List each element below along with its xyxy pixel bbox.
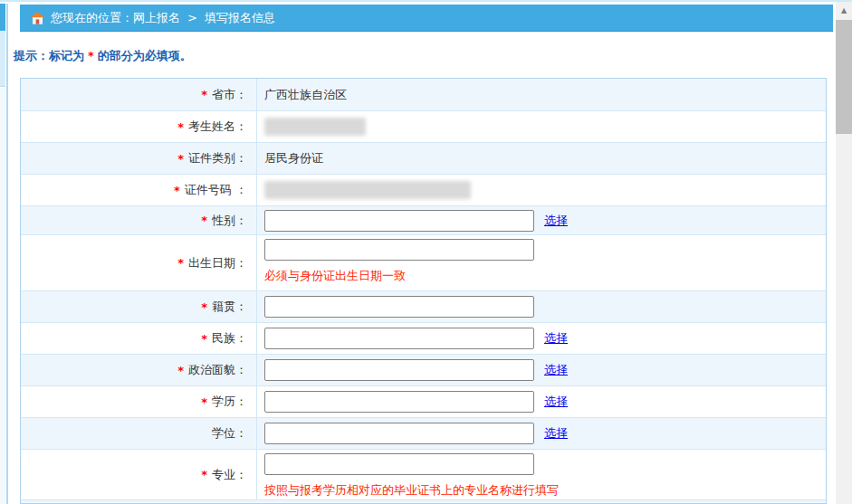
gender-select-link[interactable]: 选择: [544, 213, 568, 229]
vertical-scrollbar[interactable]: ▲: [836, 2, 852, 504]
tip-prefix: 提示：标记为: [14, 49, 84, 62]
education-input[interactable]: [264, 391, 534, 413]
field-value-id-number: [256, 175, 826, 205]
province-value: 广西壮族自治区: [264, 87, 347, 103]
ethnicity-input[interactable]: [264, 328, 534, 349]
required-asterisk: *: [201, 214, 207, 227]
field-label-id-type: *证件类别：: [21, 143, 256, 174]
breadcrumb-separator: >: [187, 11, 197, 24]
form-row-education: *学历：选择: [21, 385, 826, 417]
major-input[interactable]: [264, 453, 534, 475]
candidate-name-redacted-value: [264, 118, 366, 136]
field-label-id-number: *证件号码 ：: [21, 175, 256, 205]
registration-form-table: *省市：广西壮族自治区*考生姓名：*证件类别：居民身份证*证件号码 ：*性别：选…: [20, 78, 827, 504]
field-label-text: 专业：: [212, 467, 247, 483]
required-asterisk: *: [201, 395, 207, 409]
gender-input[interactable]: [264, 210, 534, 232]
form-row-political-status: *政治面貌：选择: [21, 354, 826, 385]
field-label-text: 学历：: [212, 394, 247, 410]
field-label-political-status: *政治面貌：: [21, 355, 256, 385]
field-label-text: 学位：: [212, 425, 247, 442]
breadcrumb-item-fill-info[interactable]: 填写报名信息: [205, 10, 275, 26]
field-label-candidate-name: *考生姓名：: [21, 111, 256, 142]
field-label-text: 考生姓名：: [188, 119, 247, 135]
field-label-text: 证件号码 ：: [185, 182, 247, 198]
field-label-text: 政治面貌：: [188, 362, 247, 378]
political-status-select-link[interactable]: 选择: [544, 362, 568, 378]
degree-input[interactable]: [264, 423, 534, 444]
required-asterisk: *: [201, 468, 207, 481]
field-label-native-place: *籍贯：: [21, 291, 256, 322]
form-row-id-number: *证件号码 ：: [21, 174, 826, 205]
political-status-input[interactable]: [264, 359, 534, 381]
form-row-candidate-name: *考生姓名：: [21, 110, 826, 142]
ethnicity-select-link[interactable]: 选择: [544, 330, 568, 347]
form-row-id-type: *证件类别：居民身份证: [21, 142, 826, 174]
sidebar-header-sliver: [0, 4, 5, 31]
form-row-major: *专业：按照与报考学历相对应的毕业证书上的专业名称进行填写: [21, 449, 826, 499]
field-value-major: 按照与报考学历相对应的毕业证书上的专业名称进行填写: [256, 450, 826, 499]
scroll-up-button[interactable]: ▲: [836, 2, 852, 18]
breadcrumb-item-online-registration[interactable]: 网上报名: [133, 10, 180, 26]
field-label-education: *学历：: [21, 386, 256, 417]
form-row-gender: *性别：选择: [21, 205, 826, 234]
field-label-degree: *学位：: [21, 418, 256, 449]
native-place-input[interactable]: [264, 296, 534, 318]
tip-suffix: 的部分为必填项。: [98, 49, 192, 62]
top-hairline: [0, 0, 852, 2]
field-value-political-status: 选择: [256, 355, 826, 385]
form-row-next-row-sliver: [21, 499, 826, 504]
field-value-gender: 选择: [256, 206, 826, 234]
field-value-birth-date: 必须与身份证出生日期一致: [256, 235, 826, 290]
field-value-ethnicity: 选择: [256, 323, 826, 354]
form-row-degree: *学位：选择: [21, 417, 826, 449]
required-asterisk: *: [177, 256, 184, 270]
field-value-education: 选择: [256, 386, 826, 417]
degree-select-link[interactable]: 选择: [544, 425, 568, 442]
form-row-birth-date: *出生日期：必须与身份证出生日期一致: [21, 234, 826, 290]
scrollbar-thumb[interactable]: [836, 20, 852, 134]
field-label-birth-date: *出生日期：: [21, 235, 256, 290]
major-hint: 按照与报考学历相对应的毕业证书上的专业名称进行填写: [264, 482, 559, 499]
field-label-text: 民族：: [212, 330, 247, 347]
id-type-value: 居民身份证: [264, 150, 323, 166]
field-value-id-type: 居民身份证: [256, 143, 826, 174]
sidebar-sliver-top: [0, 31, 5, 87]
birth-date-hint: 必须与身份证出生日期一致: [264, 268, 406, 284]
field-label-text: 证件类别：: [188, 150, 247, 166]
field-label-ethnicity: *民族：: [21, 323, 256, 354]
form-row-province: *省市：广西壮族自治区: [21, 79, 826, 110]
field-value-native-place: [256, 291, 826, 322]
required-asterisk: *: [174, 184, 180, 197]
breadcrumb: 您现在的位置： 网上报名 > 填写报名信息: [20, 5, 833, 32]
field-value-degree: 选择: [256, 418, 826, 449]
form-row-ethnicity: *民族：选择: [21, 322, 826, 354]
field-label-province: *省市：: [21, 79, 256, 110]
form-row-native-place: *籍贯：: [21, 290, 826, 322]
field-value-candidate-name: [256, 111, 826, 142]
field-label-gender: *性别：: [21, 206, 256, 234]
field-value-province: 广西壮族自治区: [256, 79, 826, 110]
required-asterisk: *: [177, 120, 184, 134]
field-label-major: *专业：: [21, 450, 256, 499]
education-select-link[interactable]: 选择: [544, 394, 568, 410]
field-label-text: 省市：: [212, 87, 247, 103]
required-fields-tip: 提示：标记为*的部分为必填项。: [14, 48, 192, 64]
required-asterisk: *: [201, 300, 207, 314]
required-asterisk: *: [201, 332, 207, 346]
required-asterisk: *: [177, 152, 184, 166]
field-label-text: 籍贯：: [212, 299, 247, 315]
sidebar-sliver-bottom: [0, 88, 5, 504]
required-asterisk: *: [201, 88, 207, 101]
breadcrumb-prefix: 您现在的位置：: [51, 10, 133, 26]
required-asterisk: *: [177, 364, 184, 377]
field-label-text: 性别：: [212, 213, 247, 229]
home-icon: [31, 12, 44, 24]
birth-date-input[interactable]: [264, 239, 534, 261]
tip-asterisk: *: [88, 49, 94, 62]
sidebar-divider: [6, 4, 8, 504]
field-label-text: 出生日期：: [188, 255, 247, 271]
id-number-redacted-value: [264, 181, 471, 199]
